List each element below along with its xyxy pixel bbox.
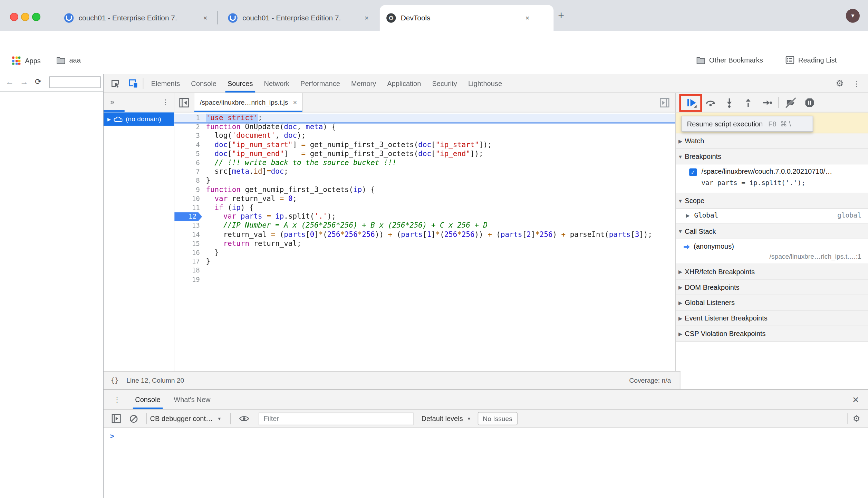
code-line[interactable]: 12 var parts = ip.split('.'); (174, 212, 675, 221)
line-number[interactable]: 8 (174, 176, 200, 185)
code-line[interactable]: 1'use strict'; (174, 114, 675, 124)
code-line[interactable]: 7 src[meta.id]=doc; (174, 167, 675, 176)
drawer-menu-icon[interactable]: ⋮ (114, 395, 121, 404)
live-expression-icon[interactable] (239, 415, 249, 422)
call-stack-frame[interactable]: (anonymous)/space/linuxbre…rich_ips.t.…:… (676, 239, 868, 264)
scope-global-row[interactable]: ▶Globalglobal (676, 209, 868, 223)
disclosure-arrow-icon[interactable]: ▼ (676, 198, 685, 203)
console-output[interactable]: > (104, 428, 868, 498)
device-toolbar-icon[interactable] (128, 78, 138, 88)
clear-console-icon[interactable] (129, 414, 138, 423)
sidebar-section-scope[interactable]: ▼Scope (676, 193, 868, 209)
line-number[interactable]: 5 (174, 150, 200, 159)
file-tab-close-icon[interactable]: × (293, 98, 297, 106)
code-line[interactable]: 13 //IP Number = A x (256*256*256) + B x… (174, 221, 675, 230)
console-settings-icon[interactable]: ⚙ (853, 414, 860, 424)
line-number[interactable]: 10 (174, 194, 200, 203)
apps-shortcut[interactable]: Apps (12, 57, 41, 65)
line-number[interactable]: 4 (174, 141, 200, 150)
disclosure-arrow-icon[interactable]: ▼ (676, 154, 685, 159)
disclosure-arrow-icon[interactable]: ▶ (676, 331, 685, 336)
code-line[interactable]: 15 return return_val; (174, 239, 675, 248)
file-tab[interactable]: /space/linuxbre…nrich_ips.t.js × (194, 93, 303, 112)
navigator-menu-icon[interactable]: ⋮ (162, 98, 170, 106)
deactivate-breakpoints-button[interactable] (781, 95, 800, 110)
line-number[interactable]: 1 (174, 114, 200, 123)
line-number[interactable]: 6 (174, 159, 200, 167)
other-bookmarks[interactable]: Other Bookmarks (696, 57, 763, 64)
code-line[interactable]: 8} (174, 176, 675, 185)
disclosure-arrow-icon[interactable]: ▶ (676, 284, 685, 290)
pause-on-exceptions-button[interactable] (800, 95, 819, 110)
code-line[interactable]: 3 log('document', doc); (174, 132, 675, 141)
execution-context-selector[interactable]: CB debugger cont… (150, 415, 213, 422)
close-window-button[interactable] (10, 13, 18, 21)
line-number[interactable]: 3 (174, 132, 200, 141)
sidebar-section-watch[interactable]: ▶Watch (676, 133, 868, 149)
levels-dropdown-icon[interactable]: ▼ (467, 416, 471, 421)
code-line[interactable]: 5 doc["ip_num_end"] = get_numip_first_3_… (174, 150, 675, 159)
code-line[interactable]: 19 (174, 275, 675, 284)
log-levels-selector[interactable]: Default levels (421, 415, 463, 422)
browser-tab[interactable]: couch01 - Enterprise Edition 7.× (58, 5, 214, 31)
devtools-menu-icon[interactable]: ⋮ (852, 79, 860, 88)
line-number[interactable]: 18 (174, 266, 200, 275)
disclosure-arrow-icon[interactable]: ▶ (676, 138, 685, 144)
line-number[interactable]: 2 (174, 123, 200, 132)
disclosure-arrow-icon[interactable]: ▶ (107, 116, 111, 121)
devtools-tab-memory[interactable]: Memory (346, 74, 382, 93)
step-out-button[interactable] (739, 95, 758, 110)
close-drawer-icon[interactable]: ✕ (852, 394, 859, 404)
bookmark-folder-aaa[interactable]: aaa (57, 57, 81, 64)
zoom-window-button[interactable] (32, 13, 40, 21)
show-debugger-sidebar-icon[interactable] (659, 97, 670, 108)
breakpoint-checkbox[interactable]: ✓ (689, 168, 697, 176)
drawer-tab-what-s-new[interactable]: What's New (167, 390, 217, 409)
tab-close-icon[interactable]: × (365, 14, 369, 22)
step-into-button[interactable] (720, 95, 739, 110)
inspect-element-icon[interactable] (110, 78, 120, 88)
sidebar-section-breakpoints[interactable]: ▼Breakpoints (676, 149, 868, 164)
sidebar-section-event-listener-breakpoints[interactable]: ▶Event Listener Breakpoints (676, 310, 868, 326)
tab-search-button[interactable]: ▾ (846, 9, 860, 23)
browser-tab[interactable]: couch01 - Enterprise Edition 7.× (221, 5, 375, 31)
code-line[interactable]: 4 doc["ip_num_start"] = get_numip_first_… (174, 141, 675, 150)
disclosure-arrow-icon[interactable]: ▼ (676, 228, 685, 234)
disclosure-arrow-icon[interactable]: ▶ (686, 213, 690, 218)
hide-navigator-icon[interactable] (179, 97, 189, 108)
reading-list[interactable]: Reading List (785, 56, 837, 64)
devtools-tab-sources[interactable]: Sources (222, 74, 259, 93)
line-number[interactable]: 17 (174, 257, 200, 266)
code-line[interactable]: 17} (174, 257, 675, 266)
line-number[interactable]: 7 (174, 167, 200, 176)
breakpoint-entry[interactable]: ✓/space/linuxbrew/couch.7.0.0.20210710/…… (676, 164, 868, 193)
sidebar-section-call-stack[interactable]: ▼Call Stack (676, 224, 868, 239)
devtools-tab-security[interactable]: Security (426, 74, 462, 93)
code-line[interactable]: 10 var return_val = 0; (174, 194, 675, 203)
disclosure-arrow-icon[interactable]: ▶ (676, 300, 685, 305)
devtools-tab-lighthouse[interactable]: Lighthouse (463, 74, 508, 93)
page-reload-icon[interactable]: ⟳ (35, 77, 41, 86)
tab-close-icon[interactable]: × (203, 14, 207, 22)
code-line[interactable]: 11 if (ip) { (174, 203, 675, 212)
code-line[interactable]: 2function OnUpdate(doc, meta) { (174, 123, 675, 132)
line-number[interactable]: 16 (174, 248, 200, 257)
minimize-window-button[interactable] (21, 13, 29, 21)
line-number[interactable]: 9 (174, 185, 200, 194)
no-issues-badge[interactable]: No Issues (478, 412, 517, 425)
sidebar-section-csp-violation-breakpoints[interactable]: ▶CSP Violation Breakpoints (676, 326, 868, 342)
step-over-button[interactable] (701, 95, 720, 110)
drawer-tab-console[interactable]: Console (128, 390, 167, 409)
context-dropdown-icon[interactable]: ▼ (217, 416, 222, 421)
disclosure-arrow-icon[interactable]: ▶ (676, 269, 685, 274)
tab-close-icon[interactable]: × (525, 14, 530, 22)
pretty-print-icon[interactable]: {} (111, 376, 119, 384)
navigator-item-no-domain[interactable]: ▶ (no domain) (104, 112, 174, 125)
line-number[interactable]: 13 (174, 221, 200, 230)
line-number[interactable]: 19 (174, 275, 200, 284)
browser-tab-active[interactable]: ⚙DevTools× (380, 5, 553, 31)
code-line[interactable]: 16 } (174, 248, 675, 257)
devtools-settings-icon[interactable]: ⚙ (836, 78, 843, 88)
devtools-tab-console[interactable]: Console (185, 74, 222, 93)
devtools-tab-network[interactable]: Network (258, 74, 295, 93)
